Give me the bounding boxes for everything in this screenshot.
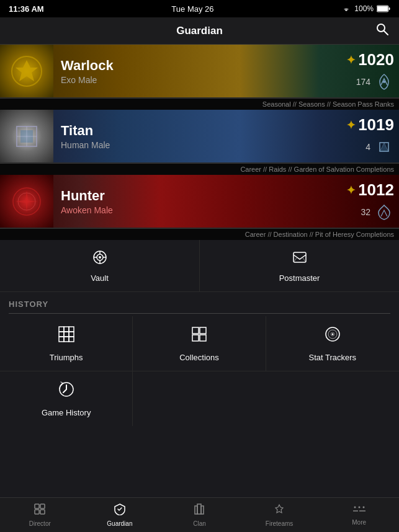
svg-rect-25 (59, 327, 64, 332)
hunter-subname: Awoken Male (61, 205, 317, 215)
postmaster-label: Postmaster (279, 273, 320, 283)
hunter-stat: 32 (361, 207, 370, 217)
titan-stats: ✦ 1019 4 (325, 110, 399, 162)
guardian-icon (114, 503, 126, 518)
svg-rect-36 (192, 335, 199, 341)
svg-point-52 (362, 507, 364, 508)
warlock-subtitle: Seasonal // Seasons // Season Pass Ranks (0, 98, 399, 110)
tab-fireteams-label: Fireteams (266, 520, 293, 527)
vault-button[interactable]: Vault (0, 240, 200, 291)
tab-clan-label: Clan (193, 520, 206, 527)
svg-rect-31 (59, 337, 64, 342)
warlock-power: ✦ 1020 (346, 50, 394, 69)
titan-name: Titan (61, 123, 317, 139)
vault-label: Vault (91, 273, 109, 283)
svg-rect-47 (197, 504, 201, 514)
postmaster-icon (291, 249, 308, 270)
collections-button[interactable]: Collections (133, 316, 266, 371)
svg-point-7 (383, 81, 385, 83)
warlock-stat: 174 (356, 77, 370, 87)
tab-fireteams[interactable]: Fireteams (240, 499, 320, 531)
status-icons: 100% (341, 4, 390, 13)
hunter-power: ✦ 1012 (346, 180, 394, 200)
svg-point-41 (331, 334, 333, 335)
battery-text: 100% (354, 4, 374, 13)
power-icon-titan: ✦ (346, 118, 356, 132)
svg-rect-29 (64, 332, 69, 337)
tab-clan[interactable]: Clan (159, 499, 240, 531)
svg-rect-22 (294, 252, 306, 262)
character-card-titan[interactable]: Titan Human Male ✦ 1019 4 (0, 110, 399, 175)
warlock-class-icon (374, 72, 394, 92)
status-time: 11:36 AM (9, 4, 44, 14)
tab-more[interactable]: More (319, 500, 399, 530)
svg-rect-35 (200, 327, 206, 334)
quick-actions: Vault Postmaster (0, 240, 399, 292)
svg-rect-1 (388, 7, 390, 10)
triumphs-label: Triumphs (50, 353, 83, 362)
svg-point-50 (354, 507, 356, 508)
director-icon (34, 503, 46, 518)
svg-point-51 (358, 507, 360, 508)
warlock-power-number: 1020 (358, 50, 394, 69)
emblem-titan (0, 110, 53, 163)
warlock-stats: ✦ 1020 174 (325, 45, 399, 97)
svg-rect-32 (64, 337, 69, 342)
svg-rect-27 (69, 327, 74, 332)
game-history-button[interactable]: Game History (0, 371, 133, 426)
tab-director-label: Director (29, 520, 51, 527)
nav-bar: Guardian (0, 17, 399, 45)
titan-subname: Human Male (61, 140, 317, 150)
titan-info: Titan Human Male (53, 117, 325, 156)
fireteams-icon (273, 503, 285, 518)
tab-guardian[interactable]: Guardian (80, 499, 160, 531)
titan-power: ✦ 1019 (346, 115, 394, 135)
emblem-hunter (0, 175, 53, 228)
character-card-hunter[interactable]: Hunter Awoken Male ✦ 1012 32 (0, 175, 399, 240)
game-history-icon (57, 380, 76, 403)
titan-subtitle: Career // Raids // Garden of Salvation C… (0, 163, 399, 175)
hunter-power-number: 1012 (358, 180, 394, 200)
warlock-stat-row: 174 (356, 72, 394, 92)
svg-rect-46 (40, 510, 45, 514)
svg-rect-28 (59, 332, 64, 337)
hunter-subtitle: Career // Destination // Pit of Heresy C… (0, 228, 399, 240)
tab-director[interactable]: Director (0, 499, 80, 531)
postmaster-button[interactable]: Postmaster (200, 240, 399, 291)
svg-point-17 (99, 256, 101, 259)
svg-rect-48 (195, 506, 197, 514)
character-card-warlock[interactable]: Warlock Exo Male ✦ 1020 174 (0, 45, 399, 110)
tab-bar: Director Guardian Clan Fireteams (0, 497, 399, 532)
status-bar: 11:36 AM Tue May 26 100% (0, 0, 399, 17)
history-grid: Triumphs Collections Stat Trackers (0, 314, 399, 428)
hunter-class-icon (374, 202, 394, 222)
stat-trackers-icon (323, 325, 342, 348)
tab-guardian-label: Guardian (107, 520, 132, 527)
svg-line-4 (384, 31, 388, 35)
titan-class-icon (374, 137, 394, 157)
svg-rect-45 (35, 510, 39, 514)
clan-icon (193, 503, 205, 518)
battery-icon (377, 5, 390, 12)
svg-rect-49 (201, 506, 204, 514)
titan-power-number: 1019 (358, 115, 394, 135)
emblem-warlock (0, 45, 53, 98)
svg-rect-2 (377, 6, 388, 11)
stat-trackers-button[interactable]: Stat Trackers (266, 316, 399, 371)
svg-rect-37 (200, 335, 206, 341)
svg-rect-30 (69, 332, 74, 337)
search-button[interactable] (375, 22, 389, 39)
collections-icon (190, 325, 208, 348)
game-history-label: Game History (42, 408, 91, 417)
power-icon-hunter: ✦ (346, 184, 356, 197)
collections-label: Collections (179, 353, 219, 362)
history-title: HISTORY (9, 299, 48, 309)
svg-rect-33 (69, 337, 74, 342)
characters-list: Warlock Exo Male ✦ 1020 174 (0, 45, 399, 240)
triumphs-button[interactable]: Triumphs (0, 316, 133, 371)
svg-rect-44 (40, 504, 45, 508)
wifi-icon (341, 5, 351, 12)
history-section-header: HISTORY (0, 292, 399, 313)
hunter-info: Hunter Awoken Male (53, 182, 325, 221)
hunter-name: Hunter (61, 188, 317, 204)
